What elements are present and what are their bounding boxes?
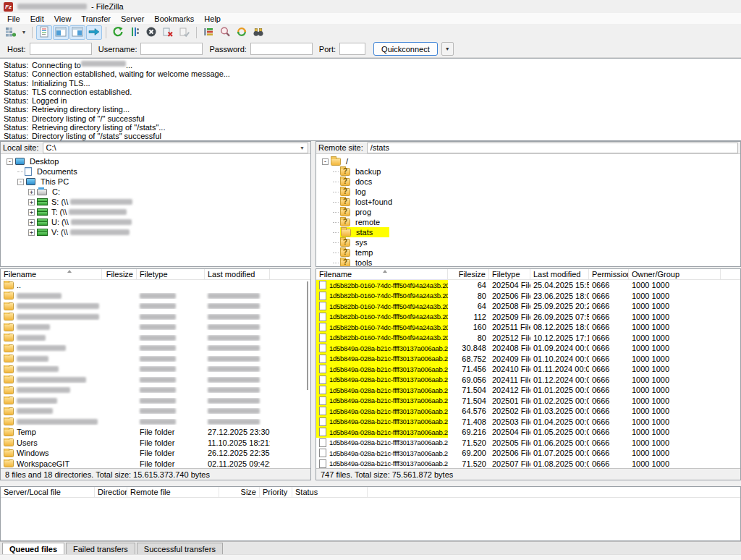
- port-input[interactable]: [339, 43, 365, 55]
- column-header-filesize[interactable]: Filesize: [448, 269, 489, 279]
- file-row[interactable]: 1d5b82bb-0160-74dc-ffff504f94a24a3b.2025…: [316, 280, 740, 291]
- menu-help[interactable]: Help: [199, 14, 226, 23]
- file-row[interactable]: [1, 396, 310, 407]
- site-manager-button[interactable]: [3, 25, 19, 40]
- column-header-server-local-file[interactable]: Server/Local file: [1, 487, 95, 497]
- tree-item-temp[interactable]: ?temp: [316, 247, 740, 258]
- column-header-status[interactable]: Status: [292, 487, 368, 497]
- tree-item-s[interactable]: +S: (\\: [1, 197, 310, 207]
- file-row[interactable]: WorkspaceGITFile folder02.11.2025 09:42:…: [1, 459, 310, 469]
- file-row[interactable]: [1, 333, 310, 344]
- menu-edit[interactable]: Edit: [25, 14, 49, 23]
- tab-successful-transfers[interactable]: Successful transfers: [137, 543, 223, 554]
- collapse-icon[interactable]: -: [17, 179, 24, 185]
- tree-item-thispc[interactable]: -This PC: [1, 177, 310, 187]
- file-row[interactable]: [1, 343, 310, 354]
- menu-server[interactable]: Server: [116, 14, 149, 23]
- file-row[interactable]: 1d5b849a-028a-b21c-ffff30137a006aab.2025…: [316, 427, 740, 438]
- quickconnect-dropdown-button[interactable]: ▼: [441, 42, 454, 56]
- expand-icon[interactable]: +: [28, 229, 35, 236]
- quickconnect-button[interactable]: Quickconnect: [373, 42, 438, 56]
- tree-item-desktop[interactable]: -Desktop: [1, 156, 310, 166]
- tab-queued-files[interactable]: Queued files: [2, 543, 64, 554]
- menu-bookmarks[interactable]: Bookmarks: [149, 14, 199, 23]
- tree-item-t[interactable]: +T: (\\: [1, 207, 310, 217]
- file-row[interactable]: 1d5b82bb-0160-74dc-ffff504f94a24a3b.2025…: [316, 291, 740, 302]
- column-header-filetype[interactable]: Filetype: [489, 269, 530, 279]
- file-row[interactable]: UsersFile folder11.10.2025 18:21:13: [1, 438, 310, 449]
- column-header-remote-file[interactable]: Remote file: [127, 487, 219, 497]
- tree-item-[interactable]: -/: [316, 156, 740, 166]
- file-row[interactable]: [1, 364, 310, 375]
- file-row[interactable]: 1d5b849a-028a-b21c-ffff30137a006aab.2025…: [316, 417, 740, 428]
- file-row[interactable]: 1d5b82bb-0160-74dc-ffff504f94a24a3b.2025…: [316, 301, 740, 312]
- column-header-filesize[interactable]: Filesize: [102, 269, 137, 279]
- menu-view[interactable]: View: [49, 14, 77, 23]
- collapse-icon[interactable]: -: [7, 158, 13, 165]
- tree-item-prog[interactable]: ?prog: [316, 207, 740, 217]
- remote-site-combobox[interactable]: /stats: [367, 143, 738, 153]
- file-row[interactable]: [1, 291, 310, 302]
- menu-file[interactable]: File: [2, 14, 25, 23]
- file-row[interactable]: 1d5b849a-028a-b21c-ffff30137a006aab.2024…: [316, 375, 740, 386]
- tree-item-sys[interactable]: ?sys: [316, 237, 740, 247]
- file-row[interactable]: [1, 312, 310, 323]
- file-row[interactable]: 1d5b82bb-0160-74dc-ffff504f94a24a3b.2025…: [316, 322, 740, 333]
- column-header-size[interactable]: Size: [219, 487, 260, 497]
- tree-item-documents[interactable]: Documents: [1, 166, 310, 177]
- toggle-transfer-queue-button[interactable]: [86, 25, 102, 40]
- local-site-combobox[interactable]: C:\ ▼: [43, 143, 308, 153]
- column-header-priority[interactable]: Priority: [260, 487, 292, 497]
- process-queue-button[interactable]: [127, 25, 143, 40]
- file-row[interactable]: WindowsFile folder26.12.2025 22:35:31: [1, 448, 310, 459]
- file-row[interactable]: 1d5b849a-028a-b21c-ffff30137a006aab.2025…: [316, 406, 740, 417]
- file-row[interactable]: 1d5b82bb-0160-74dc-ffff504f94a24a3b.2025…: [316, 312, 740, 323]
- file-row[interactable]: 1d5b82bb-0160-74dc-ffff504f94a24a3b.2025…: [316, 333, 740, 344]
- cancel-operation-button[interactable]: [143, 25, 159, 40]
- tab-failed-transfers[interactable]: Failed transfers: [66, 543, 135, 554]
- menu-transfer[interactable]: Transfer: [76, 14, 116, 23]
- file-row[interactable]: [1, 406, 310, 417]
- directory-comparison-button[interactable]: [217, 25, 233, 40]
- file-row[interactable]: TempFile folder27.12.2025 23:30:13: [1, 427, 310, 438]
- reconnect-button[interactable]: [177, 25, 192, 40]
- file-row[interactable]: [1, 375, 310, 386]
- file-row[interactable]: 1d5b849a-028a-b21c-ffff30137a006aab.2025…: [316, 396, 740, 407]
- column-header-filename[interactable]: Filename: [1, 269, 102, 279]
- tree-item-u[interactable]: +U: (\\: [1, 217, 310, 227]
- tree-item-tools[interactable]: ?tools: [316, 258, 740, 266]
- file-row[interactable]: [1, 354, 310, 365]
- file-row[interactable]: 1d5b849a-028a-b21c-ffff30137a006aab.2024…: [316, 385, 740, 396]
- tree-item-c[interactable]: +C:: [1, 187, 310, 197]
- column-header-direction[interactable]: Direction: [95, 487, 127, 497]
- file-row[interactable]: 1d5b849a-028a-b21c-ffff30137a006aab.2024…: [316, 354, 740, 365]
- tree-item-backup[interactable]: ?backup: [316, 166, 740, 177]
- tree-item-lost+found[interactable]: ?lost+found: [316, 197, 740, 207]
- tree-item-v[interactable]: +V: (\\: [1, 227, 310, 237]
- file-row[interactable]: 1d5b849a-028a-b21c-ffff30137a006aab.2024…: [316, 343, 740, 354]
- column-header-filetype[interactable]: Filetype: [137, 269, 205, 279]
- local-list-scrollbar[interactable]: [307, 281, 308, 390]
- tree-item-remote[interactable]: ?remote: [316, 217, 740, 227]
- file-row[interactable]: [1, 417, 310, 428]
- tree-item-stats[interactable]: stats: [316, 227, 740, 237]
- column-header-permissions[interactable]: Permissions: [589, 269, 629, 279]
- file-row[interactable]: 1d5b849a-028a-b21c-ffff30137a006aab.2025…: [316, 459, 740, 469]
- column-header-owner-group[interactable]: Owner/Group: [629, 269, 721, 279]
- expand-icon[interactable]: +: [28, 219, 35, 226]
- password-input[interactable]: [250, 43, 313, 55]
- toggle-remote-tree-button[interactable]: [69, 25, 85, 40]
- filename-filters-button[interactable]: [200, 25, 216, 40]
- tree-item-docs[interactable]: ?docs: [316, 177, 740, 187]
- column-header-filename[interactable]: Filename: [316, 269, 448, 279]
- username-input[interactable]: [140, 43, 203, 55]
- expand-icon[interactable]: +: [28, 209, 35, 216]
- expand-icon[interactable]: +: [28, 199, 35, 205]
- synchronized-browsing-button[interactable]: [234, 25, 250, 40]
- chevron-down-icon[interactable]: ▼: [300, 145, 308, 150]
- file-row[interactable]: ..: [1, 280, 310, 291]
- column-header-last-modified[interactable]: Last modified: [205, 269, 270, 279]
- column-header-last-modified[interactable]: Last modified: [530, 269, 589, 279]
- collapse-icon[interactable]: -: [322, 158, 329, 165]
- file-row[interactable]: 1d5b849a-028a-b21c-ffff30137a006aab.2025…: [316, 448, 740, 459]
